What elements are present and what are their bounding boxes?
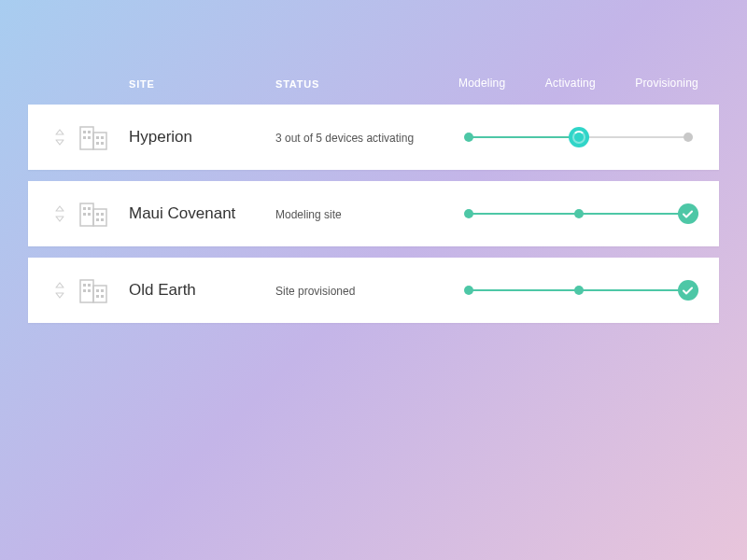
drag-handle-icon[interactable] <box>54 282 65 299</box>
progress-dot-provisioning-check <box>678 280 698 301</box>
svg-rect-19 <box>101 218 104 221</box>
progress-dot-activating-spinner <box>569 127 589 147</box>
building-icon <box>78 123 110 151</box>
svg-rect-14 <box>83 213 86 216</box>
svg-rect-13 <box>88 207 91 210</box>
svg-rect-1 <box>93 133 106 149</box>
svg-rect-10 <box>80 203 93 226</box>
svg-rect-5 <box>88 136 91 139</box>
phase-label-activating: Activating <box>545 77 596 90</box>
building-icon <box>78 200 110 228</box>
svg-rect-16 <box>96 213 99 216</box>
svg-rect-2 <box>83 131 86 133</box>
site-name: Hyperion <box>129 128 192 146</box>
progress-dot-modeling <box>464 133 473 142</box>
phase-label-modeling: Modeling <box>458 77 505 90</box>
svg-rect-26 <box>96 289 99 292</box>
column-header-site: SITE <box>129 78 155 90</box>
table-headers: SITE STATUS Modeling Activating Provisio… <box>28 75 719 105</box>
sites-table: SITE STATUS Modeling Activating Provisio… <box>0 0 747 323</box>
svg-rect-17 <box>101 213 104 216</box>
svg-rect-22 <box>83 284 86 287</box>
svg-rect-7 <box>101 136 104 139</box>
svg-rect-6 <box>96 136 99 139</box>
status-text: Modeling site <box>275 208 342 221</box>
svg-rect-8 <box>96 142 99 145</box>
progress-dot-activating <box>574 286 584 295</box>
svg-rect-25 <box>88 289 91 292</box>
progress-dot-provisioning-check <box>678 203 698 224</box>
column-header-status: STATUS <box>275 78 319 90</box>
svg-rect-20 <box>80 280 93 302</box>
table-row[interactable]: Hyperion 3 out of 5 devices activating <box>28 105 719 170</box>
table-row[interactable]: Maui Covenant Modeling site <box>28 181 719 246</box>
drag-handle-icon[interactable] <box>54 205 65 222</box>
site-name: Maui Covenant <box>129 204 235 222</box>
svg-rect-0 <box>80 127 93 149</box>
progress-track <box>453 213 700 215</box>
svg-rect-23 <box>88 284 91 287</box>
svg-rect-27 <box>101 289 104 292</box>
status-text: 3 out of 5 devices activating <box>275 132 414 145</box>
progress-dot-modeling <box>464 209 473 218</box>
svg-rect-3 <box>88 131 91 133</box>
svg-rect-21 <box>93 286 106 302</box>
svg-rect-15 <box>88 213 91 216</box>
svg-rect-12 <box>83 207 86 210</box>
svg-rect-29 <box>101 295 104 298</box>
svg-rect-24 <box>83 289 86 292</box>
progress-dot-modeling <box>464 286 473 295</box>
svg-rect-4 <box>83 136 86 139</box>
svg-rect-18 <box>96 218 99 221</box>
building-icon <box>78 276 110 304</box>
drag-handle-icon[interactable] <box>54 129 65 146</box>
progress-dot-provisioning <box>684 133 693 142</box>
svg-rect-11 <box>93 209 106 226</box>
svg-rect-28 <box>96 295 99 298</box>
progress-track <box>453 136 700 138</box>
progress-dot-activating <box>574 209 584 218</box>
status-text: Site provisioned <box>275 285 355 298</box>
svg-rect-9 <box>101 142 104 145</box>
site-name: Old Earth <box>129 281 196 299</box>
phase-label-provisioning: Provisioning <box>635 77 698 90</box>
table-row[interactable]: Old Earth Site provisioned <box>28 258 719 323</box>
progress-track <box>453 289 700 291</box>
